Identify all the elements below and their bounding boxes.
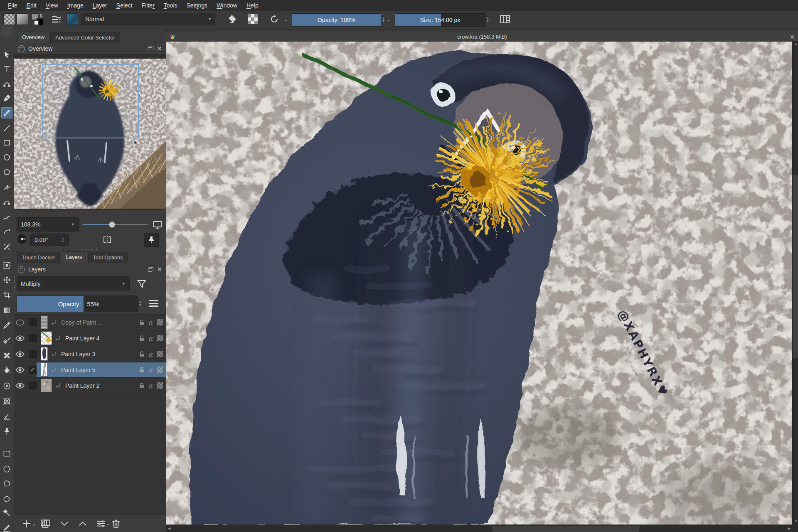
menu-view[interactable]: View xyxy=(41,1,63,10)
layer-row-paint-layer-2[interactable]: Paint Layer 2 α xyxy=(14,378,166,394)
alpha-channel-icon[interactable] xyxy=(157,351,163,357)
alpha-lock-icon[interactable]: α xyxy=(148,334,153,342)
layer-thumbnail[interactable] xyxy=(41,315,48,329)
menu-help[interactable]: Help xyxy=(242,1,263,10)
vertical-scroll-thumb[interactable] xyxy=(793,175,798,358)
layer-checkbox[interactable] xyxy=(29,318,37,326)
horizontal-scrollbar[interactable]: ◀ ▶ xyxy=(166,525,792,532)
layer-lock-icon[interactable] xyxy=(139,335,145,341)
tool-calligraphy[interactable] xyxy=(1,92,12,103)
layer-checkbox[interactable] xyxy=(29,334,37,342)
menu-select[interactable]: Select xyxy=(112,1,137,10)
tool-freehand-path[interactable] xyxy=(1,212,12,223)
layer-lock-icon[interactable] xyxy=(139,382,145,389)
brush-editor-button[interactable] xyxy=(49,13,64,25)
menu-layer[interactable]: Layer xyxy=(88,1,112,10)
mirror-icon[interactable] xyxy=(103,235,112,244)
workspace-chooser-button[interactable] xyxy=(497,13,513,25)
layer-name[interactable]: Copy of Paint ... xyxy=(61,319,103,326)
tool-rectangular-select[interactable] xyxy=(1,448,12,459)
inherit-alpha-icon[interactable] xyxy=(51,351,57,357)
tool-polyline[interactable] xyxy=(1,182,12,193)
lock-icon[interactable] xyxy=(18,45,25,52)
alpha-lock-icon[interactable]: α xyxy=(148,350,153,358)
tab-touch-docker[interactable]: Touch Docker xyxy=(17,252,60,263)
fit-screen-icon[interactable] xyxy=(153,221,163,229)
layer-checkbox[interactable] xyxy=(29,382,37,389)
docker-drag-handle[interactable] xyxy=(80,249,99,251)
layer-thumbnail[interactable] xyxy=(41,347,48,361)
inherit-alpha-icon[interactable] xyxy=(55,382,61,389)
chevron-down-icon[interactable]: ▾ xyxy=(388,19,389,22)
eraser-button[interactable] xyxy=(224,13,239,25)
tool-ellipse[interactable] xyxy=(1,152,12,163)
move-layer-down-button[interactable] xyxy=(57,517,71,530)
docker-drag-handle[interactable] xyxy=(13,276,15,295)
layer-row-paint-layer-3[interactable]: Paint Layer 3 α xyxy=(14,346,166,362)
zoom-level-select[interactable]: 108.3% ▼ xyxy=(17,217,79,232)
menu-edit[interactable]: Edit xyxy=(22,1,41,10)
tool-gradient-tool[interactable] xyxy=(1,305,12,316)
opacity-slider[interactable]: Opacity: 100% xyxy=(292,13,381,27)
tab-tool-options[interactable]: Tool Options xyxy=(88,252,128,263)
tool-reference-images[interactable] xyxy=(1,426,12,437)
layer-lock-icon[interactable] xyxy=(139,351,145,357)
tool-rectangle[interactable] xyxy=(1,137,12,148)
alpha-lock-icon[interactable]: α xyxy=(148,366,153,374)
layer-thumbnail[interactable] xyxy=(41,379,52,392)
horizontal-scroll-thumb[interactable] xyxy=(493,526,639,532)
overview-thumbnail[interactable] xyxy=(14,59,166,209)
menu-file[interactable]: File xyxy=(3,1,22,10)
tool-smart-patch[interactable] xyxy=(1,350,12,361)
close-icon[interactable]: ✕ xyxy=(157,267,162,271)
tab-overview[interactable]: Overview xyxy=(17,32,49,43)
rotation-dial-icon[interactable] xyxy=(16,233,28,245)
scroll-right-icon[interactable]: ▶ xyxy=(788,527,791,530)
layer-visibility-toggle[interactable] xyxy=(14,382,26,389)
preserve-alpha-button[interactable] xyxy=(245,13,260,25)
tool-transform[interactable] xyxy=(1,260,12,271)
alpha-channel-icon[interactable] xyxy=(157,367,163,373)
add-layer-button[interactable] xyxy=(20,517,34,530)
layer-thumbnail[interactable] xyxy=(41,363,48,377)
tool-dynamic-brush[interactable] xyxy=(1,227,12,238)
tool-color-sampler[interactable] xyxy=(1,320,12,331)
tool-assistants[interactable] xyxy=(1,396,12,407)
canvas-title-bar[interactable]: crow.kra (158.3 MiB) ✕ xyxy=(166,32,798,42)
tool-crop[interactable] xyxy=(1,289,12,300)
tool-measure[interactable] xyxy=(1,411,12,422)
menu-tools[interactable]: Tools xyxy=(159,1,182,10)
scroll-left-icon[interactable]: ◀ xyxy=(168,527,170,530)
tool-polygonal-select[interactable] xyxy=(1,478,12,489)
toolbox-handle[interactable] xyxy=(1,26,12,37)
float-icon[interactable] xyxy=(148,267,153,272)
layer-blend-mode-select[interactable]: Multiply ▼ xyxy=(17,276,130,291)
menu-settings[interactable]: Settings xyxy=(182,1,212,10)
tool-polygon[interactable] xyxy=(1,166,12,177)
blend-mode-select[interactable]: Normal ▼ xyxy=(81,13,215,25)
tool-move[interactable] xyxy=(1,274,12,286)
layer-properties-button[interactable] xyxy=(94,517,108,530)
tool-elliptical-select[interactable] xyxy=(1,463,12,475)
menu-window[interactable]: Window xyxy=(212,1,242,10)
inherit-alpha-icon[interactable] xyxy=(51,319,57,325)
tab-advanced-color-selector[interactable]: Advanced Color Selector xyxy=(50,32,120,43)
tool-select-by-color[interactable] xyxy=(1,522,12,532)
close-icon[interactable]: ✕ xyxy=(157,47,162,51)
alpha-channel-icon[interactable] xyxy=(157,382,163,389)
pin-canvas-button[interactable] xyxy=(144,233,159,247)
menu-filter[interactable]: Filter xyxy=(137,1,159,10)
layer-name[interactable]: Paint Layer 3 xyxy=(61,351,96,357)
reload-preset-button[interactable] xyxy=(267,13,282,25)
layer-row-copy-of-paint[interactable]: Copy of Paint ... α xyxy=(14,315,166,330)
layer-opacity-spinner[interactable]: ▲▼ xyxy=(138,296,143,311)
tool-similar-color-select[interactable] xyxy=(1,507,12,519)
tool-edit-shapes[interactable] xyxy=(1,78,12,89)
pattern-chip[interactable] xyxy=(3,13,15,25)
layer-lock-icon[interactable] xyxy=(139,367,145,373)
layer-checkbox[interactable]: ✓ xyxy=(29,366,37,374)
layer-thumbnail[interactable] xyxy=(41,331,52,345)
layer-name[interactable]: Paint Layer 2 xyxy=(65,382,100,389)
layer-visibility-toggle[interactable] xyxy=(14,319,26,326)
menu-image[interactable]: Image xyxy=(63,1,88,10)
